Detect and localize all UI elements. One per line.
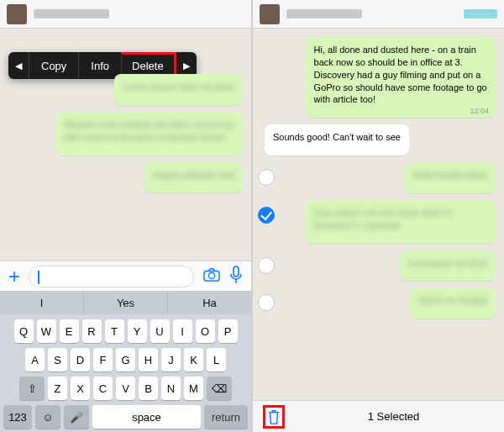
key-mic[interactable]: 🎤 [64, 405, 89, 429]
selection-count: 1 Selected [293, 410, 494, 423]
key-S[interactable]: S [48, 348, 67, 371]
left-pane: ◀ Copy Info Delete ▶ Lorem ipsum dolor s… [0, 0, 251, 432]
contact-name [286, 9, 362, 18]
key-F[interactable]: F [93, 348, 113, 371]
message-bubble[interactable]: Sounds good! Can't wait to see [265, 124, 409, 155]
key-E[interactable]: E [60, 319, 79, 343]
key-emoji[interactable]: ☺ [35, 405, 60, 429]
selection-toolbar: 1 Selected [253, 400, 504, 432]
suggestion-2[interactable]: Yes [84, 291, 168, 314]
key-num[interactable]: 123 [3, 405, 32, 429]
message-input[interactable] [29, 266, 194, 287]
message-bubble[interactable]: Duis autem vel eum iriure dolor in hendr… [306, 200, 496, 244]
key-A[interactable]: A [25, 348, 45, 371]
key-Z[interactable]: Z [48, 377, 67, 400]
contact-name [34, 9, 109, 18]
key-G[interactable]: G [116, 348, 135, 371]
svg-rect-2 [234, 266, 239, 277]
key-Y[interactable]: Y [128, 319, 147, 343]
menu-prev-icon[interactable]: ◀ [8, 52, 29, 79]
key-N[interactable]: N [161, 377, 181, 400]
avatar[interactable] [7, 4, 27, 24]
key-J[interactable]: J [161, 348, 181, 371]
message-bubble[interactable]: Hi, all done and dusted here - on a trai… [306, 37, 496, 118]
key-Q[interactable]: Q [14, 319, 34, 343]
menu-copy[interactable]: Copy [29, 52, 78, 79]
chat-header [0, 0, 251, 29]
message-row: dolore eu feugiat [258, 287, 496, 319]
predictive-bar: I Yes Ha [0, 291, 251, 314]
select-radio[interactable] [258, 257, 275, 274]
avatar[interactable] [260, 4, 280, 24]
key-K[interactable]: K [184, 348, 203, 371]
message-row: Hi, all done and dusted here - on a trai… [258, 37, 496, 118]
message-bubble[interactable]: dolore eu feugiat [410, 287, 496, 319]
key-B[interactable]: B [139, 377, 158, 400]
trash-button[interactable] [263, 405, 285, 429]
select-radio[interactable] [258, 294, 275, 311]
key-L[interactable]: L [207, 348, 226, 371]
key-O[interactable]: O [196, 319, 215, 343]
message-bubble[interactable]: Lorem ipsum dolor sit amet [114, 74, 243, 105]
svg-point-1 [208, 272, 214, 278]
right-pane: Hi, all done and dusted here - on a trai… [251, 0, 504, 432]
chat-header [253, 0, 504, 29]
suggestion-3[interactable]: Ha [168, 291, 251, 314]
key-C[interactable]: C [93, 377, 113, 400]
chat-scroll[interactable]: ◀ Copy Info Delete ▶ Lorem ipsum dolor s… [0, 29, 251, 261]
key-X[interactable]: X [71, 377, 90, 400]
key-V[interactable]: V [116, 377, 135, 400]
message-bubble[interactable]: consequat vel illum [400, 250, 496, 282]
chat-scroll-select[interactable]: Hi, all done and dusted here - on a trai… [253, 29, 504, 400]
message-bubble[interactable]: Aliquam erat volutpat sed diam nonummy n… [55, 112, 243, 155]
compose-bar: + [0, 261, 251, 291]
key-R[interactable]: R [82, 319, 102, 343]
message-row: Duis autem vel eum iriure dolor in hendr… [258, 200, 496, 244]
message-row: Sounds good! Can't wait to see [258, 124, 496, 155]
select-radio[interactable] [258, 169, 275, 186]
message-bubble[interactable]: Nulla facilisi etiam [405, 162, 496, 193]
suggestion-1[interactable]: I [0, 291, 84, 314]
key-M[interactable]: M [184, 377, 203, 400]
mic-icon[interactable] [229, 266, 243, 287]
key-T[interactable]: T [105, 319, 124, 343]
key-H[interactable]: H [139, 348, 158, 371]
key-D[interactable]: D [71, 348, 90, 371]
key-U[interactable]: U [150, 319, 170, 343]
key-⇧[interactable]: ⇧ [19, 377, 45, 400]
key-space[interactable]: space [92, 405, 201, 429]
status-text [464, 9, 497, 18]
menu-info[interactable]: Info [78, 52, 121, 79]
key-⌫[interactable]: ⌫ [207, 377, 232, 400]
key-W[interactable]: W [37, 319, 56, 343]
message-row: consequat vel illum [258, 250, 496, 282]
message-bubble[interactable]: magna aliquam erat [144, 162, 243, 193]
camera-icon[interactable] [202, 267, 221, 286]
key-I[interactable]: I [173, 319, 192, 343]
keyboard: QWERTYUIOPASDFGHJKL⇧ZXCVBNM⌫123☺🎤spacere… [0, 314, 251, 432]
select-radio[interactable] [258, 207, 275, 224]
key-return[interactable]: return [204, 405, 248, 429]
key-P[interactable]: P [218, 319, 238, 343]
attach-button[interactable]: + [8, 266, 20, 287]
message-row: Nulla facilisi etiam [258, 162, 496, 193]
